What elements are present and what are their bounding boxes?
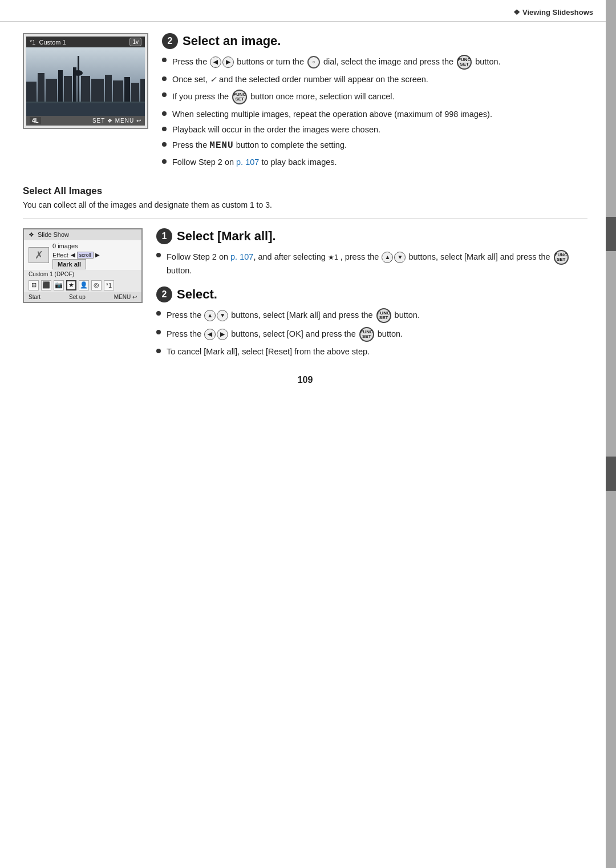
select-all-desc: You can collect all of the images and de… <box>23 200 587 209</box>
slideshow-title: Slide Show <box>38 231 69 238</box>
s2-bullet-3: To cancel [Mark all], select [Reset] fro… <box>156 346 587 357</box>
svg-rect-11 <box>91 79 104 102</box>
slideshow-icons-row: ⊞ ⬛ 📷 ★ 👤 ◎ *1 <box>24 278 141 292</box>
step2-select-block: 2 Select. Press the ▲▼ buttons, select [… <box>156 286 587 357</box>
select-all-steps-text: 1 Select [Mark all]. Follow Step 2 on p.… <box>156 228 587 362</box>
slideshow-icon: ❖ <box>29 231 34 239</box>
slideshow-thumb: ✗ <box>29 247 49 263</box>
svg-rect-14 <box>124 77 130 102</box>
s2-dot-1 <box>156 311 161 316</box>
svg-rect-16 <box>140 79 145 102</box>
bullet-dot-6 <box>162 142 167 147</box>
header-title: ❖ Viewing Slideshows <box>513 8 593 17</box>
func-set-btn-4: FUNCSET <box>376 308 391 323</box>
effect-arrows: ◀ scroll ▶ <box>71 252 100 258</box>
func-set-btn-3: FUNCSET <box>554 250 569 265</box>
select-all-steps-row: ❖ Slide Show ✗ 0 images Effect ◀ scroll … <box>23 228 587 362</box>
bullet-dot-5 <box>162 127 167 131</box>
s1-bullet-dot-1 <box>156 253 161 257</box>
menu-icon-aperture: ◎ <box>91 280 102 290</box>
step2-circle: 2 <box>162 33 178 49</box>
slideshow-images-row: ✗ 0 images Effect ◀ scroll ▶ Mark all <box>24 240 141 270</box>
func-set-btn-2: FUNCSET <box>232 90 247 104</box>
star1-icon: ★1 <box>328 253 338 261</box>
s2-b1-text: Press the ▲▼ buttons, select [Mark all] … <box>167 308 420 323</box>
left-arrow-btn: ◀ <box>210 56 221 68</box>
section-divider <box>23 219 587 219</box>
svg-rect-8 <box>78 56 79 102</box>
camera-top-left: *1 Custom 1 <box>30 39 66 46</box>
slideshow-right-col: 0 images Effect ◀ scroll ▶ Mark all <box>52 243 100 268</box>
menu-icon-grid: ⊞ <box>29 280 39 290</box>
slideshow-menu-footer: Start Set up MENU ↩ <box>24 292 141 302</box>
step2-bullet-1: Press the ◀▶ buttons or turn the ○ dial,… <box>162 55 587 70</box>
step2-select-circle: 2 <box>156 286 172 302</box>
step2-bullets: Press the ◀▶ buttons or turn the ○ dial,… <box>162 55 587 168</box>
menu-icon-star1: *1 <box>104 280 114 290</box>
sidebar-accent-inner1 <box>606 217 616 251</box>
step2-section: *1 Custom 1 1v <box>23 33 587 172</box>
bullet-dot-3 <box>162 92 167 97</box>
dial-icon: ○ <box>307 56 320 68</box>
bullet-dot-7 <box>162 159 167 164</box>
select-all-heading: Select All Images <box>23 185 587 197</box>
right-arrow-btn: ▶ <box>222 56 234 68</box>
step2-b3-text: If you press the FUNCSET button once mor… <box>172 90 394 104</box>
s2-dot-3 <box>156 349 161 353</box>
custom-label-row: Custom 1 (DPOF) <box>24 270 141 278</box>
p107-link-1[interactable]: p. 107 <box>236 158 259 167</box>
mark-all-btn[interactable]: Mark all <box>52 259 86 269</box>
menu-icon-film: ⬛ <box>41 280 51 290</box>
p107-link-2[interactable]: p. 107 <box>230 252 253 261</box>
step2-heading: 2 Select an image. <box>162 33 587 49</box>
func-set-btn-5: FUNCSET <box>359 327 374 342</box>
step2-select-bullets: Press the ▲▼ buttons, select [Mark all] … <box>156 308 587 357</box>
camera-image-area <box>26 47 145 116</box>
step2-select-title: Select. <box>177 287 217 302</box>
menu-icon-people: 👤 <box>79 280 89 290</box>
sidebar-accent-inner2 <box>606 457 616 491</box>
step1-block: 1 Select [Mark all]. Follow Step 2 on p.… <box>156 228 587 276</box>
camera-mode-badge: 1v <box>129 38 141 46</box>
slideshow-menu-image: ❖ Slide Show ✗ 0 images Effect ◀ scroll … <box>23 228 143 362</box>
camera-display: *1 Custom 1 1v <box>23 33 148 129</box>
bullet-dot-2 <box>162 76 167 81</box>
step2-b4-text: When selecting multiple images, repeat t… <box>172 108 492 120</box>
camera-screen-bottom: 4L SET ❖ MENU ↩ <box>26 116 145 126</box>
down-arrow-btn-2: ▼ <box>217 310 228 321</box>
footer-start: Start <box>29 294 40 300</box>
step1-heading: 1 Select [Mark all]. <box>156 228 587 244</box>
checkmark-icon: ✓ <box>210 75 217 84</box>
svg-rect-15 <box>131 83 139 102</box>
step2-bullet-5: Playback will occur in the order the ima… <box>162 124 587 135</box>
up-arrow-btn: ▲ <box>382 252 393 263</box>
step2-b1-text: Press the ◀▶ buttons or turn the ○ dial,… <box>172 55 501 70</box>
s2-b3-text: To cancel [Mark all], select [Reset] fro… <box>167 346 370 357</box>
svg-rect-12 <box>105 75 112 102</box>
step2-b2-text: Once set, ✓ and the selected order numbe… <box>172 74 428 86</box>
down-arrow-btn: ▼ <box>394 252 406 263</box>
step1-title: Select [Mark all]. <box>177 229 276 244</box>
effect-label: Effect <box>52 252 68 259</box>
up-arrow-btn-2: ▲ <box>204 310 216 321</box>
camera-bottom-controls: SET ❖ MENU ↩ <box>92 118 141 124</box>
camera-screen-image: *1 Custom 1 1v <box>23 33 148 172</box>
svg-rect-10 <box>81 76 90 102</box>
camera-size-indicator: 4L <box>30 117 41 124</box>
svg-rect-13 <box>113 80 123 102</box>
page-header: ❖ Viewing Slideshows <box>0 0 616 22</box>
step2-b5-text: Playback will occur in the order the ima… <box>172 124 380 135</box>
step2-b7-text: Follow Step 2 on p. 107 to play back ima… <box>172 156 337 168</box>
step1-bullets: Follow Step 2 on p. 107, and after selec… <box>156 250 587 276</box>
bullet-dot-4 <box>162 111 167 116</box>
custom-label: Custom 1 (DPOF) <box>29 271 74 277</box>
main-content: *1 Custom 1 1v <box>0 22 616 408</box>
page-number: 109 <box>23 375 587 397</box>
step2-title: Select an image. <box>183 34 281 49</box>
effect-value: scroll <box>77 252 94 259</box>
step1-bullet-1: Follow Step 2 on p. 107, and after selec… <box>156 250 587 276</box>
step2-bullet-3: If you press the FUNCSET button once mor… <box>162 90 587 104</box>
city-skyline-svg <box>26 47 145 116</box>
svg-rect-5 <box>58 70 63 102</box>
func-set-btn-1: FUNCSET <box>457 55 472 70</box>
